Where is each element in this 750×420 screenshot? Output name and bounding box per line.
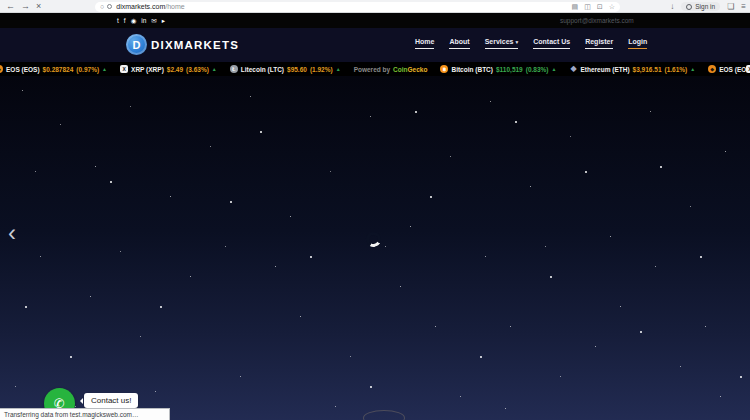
site-info-icon[interactable] xyxy=(107,4,112,9)
up-arrow-icon: ▲ xyxy=(336,66,341,72)
sign-in-label: Sign in xyxy=(695,3,715,10)
coin-price: $2.49 xyxy=(167,66,183,73)
collections-icon[interactable]: ❏ xyxy=(727,0,734,13)
coin-change: (1.61%) xyxy=(665,66,688,73)
eos-icon: ◆ xyxy=(0,65,3,73)
main-menu: Home About Services ▾ Contact Us Registe… xyxy=(415,38,647,49)
reader-mode-icon[interactable]: ▤ xyxy=(566,2,579,12)
up-arrow-icon: ▲ xyxy=(102,66,107,72)
nav-item-services[interactable]: Services ▾ xyxy=(485,38,519,49)
up-arrow-icon: ▲ xyxy=(212,66,217,72)
chevron-down-icon: ▾ xyxy=(515,39,518,45)
browser-toolbar-right: ↓ Sign in ❏ ≡ xyxy=(670,0,746,13)
ticker-row: ◆ EOS (EOS) $0.287824 (0.97%) ▲ X XRP (X… xyxy=(0,62,750,76)
starfield-bright xyxy=(0,76,2,78)
coin-name: Ethereum (ETH) xyxy=(580,66,629,73)
brand-name: DIXMARKETS xyxy=(151,39,239,51)
ticker-item-ethereum[interactable]: ◆ Ethereum (ETH) $3,916.51 (1.61%) ▲ xyxy=(569,65,695,73)
coin-name: EOS (EOS) xyxy=(6,66,40,73)
translate-icon[interactable]: ◫ xyxy=(578,2,591,12)
site-navbar: D DIXMARKETS Home About Services ▾ Conta… xyxy=(0,28,750,62)
nav-item-home[interactable]: Home xyxy=(415,38,434,49)
coin-change: (3.63%) xyxy=(186,66,209,73)
browser-menu-icon[interactable]: ≡ xyxy=(741,0,746,13)
browser-chrome: ← → × ○ dixmarkets.com/home ▤ ◫ ⊡ ☆ ↓ Si… xyxy=(0,0,750,13)
up-arrow-icon: ▲ xyxy=(552,66,557,72)
powered-by-label: Powered by xyxy=(354,66,390,73)
eos-icon: ◆ xyxy=(708,65,716,73)
coin-price: $110,519 xyxy=(496,66,523,73)
bookmark-star-icon[interactable]: ☆ xyxy=(603,2,615,12)
linkedin-icon[interactable]: in xyxy=(141,13,146,28)
top-contact-bar: t f ◉ in ✉ ▸ support@dixmarkets.com xyxy=(0,13,750,28)
browser-forward-icon[interactable]: → xyxy=(21,0,30,13)
coin-name: XRP (XRP) xyxy=(131,66,164,73)
instagram-icon[interactable]: ◉ xyxy=(131,13,137,28)
coin-change: (0.83%) xyxy=(526,66,549,73)
social-links: t f ◉ in ✉ ▸ xyxy=(117,13,165,28)
xrp-icon: X xyxy=(120,65,128,73)
shield-icon: ○ xyxy=(100,2,104,12)
nav-item-contact-us[interactable]: Contact Us xyxy=(533,38,570,49)
coin-price: $95.60 xyxy=(287,66,307,73)
screen: ← → × ○ dixmarkets.com/home ▤ ◫ ⊡ ☆ ↓ Si… xyxy=(0,0,750,420)
browser-back-icon[interactable]: ← xyxy=(6,0,15,13)
coin-change: (0.97%) xyxy=(76,66,99,73)
twitter-icon[interactable]: t xyxy=(117,13,119,28)
ticker-item-eos[interactable]: ◆ EOS (EOS) $0.287824 (0.97%) ▲ xyxy=(0,65,107,73)
coin-name: Bitcoin (BTC) xyxy=(451,66,493,73)
ethereum-icon: ◆ xyxy=(569,65,577,73)
url-text: dixmarkets.com/home xyxy=(116,3,184,10)
coin-name: Litecoin (LTC) xyxy=(241,66,284,73)
logo-icon: D xyxy=(126,34,147,55)
coin-change: (1.92%) xyxy=(310,66,333,73)
profile-avatar-icon xyxy=(686,4,692,10)
crypto-ticker: ◆ EOS (EOS) $0.287824 (0.97%) ▲ X XRP (X… xyxy=(0,62,750,76)
brand-logo[interactable]: D DIXMARKETS xyxy=(126,34,239,55)
support-email-link[interactable]: support@dixmarkets.com xyxy=(560,13,634,28)
coin-price: $3,916.51 xyxy=(633,66,662,73)
address-bar[interactable]: ○ dixmarkets.com/home ▤ ◫ ⊡ ☆ xyxy=(95,2,620,12)
powered-by-coingecko[interactable]: Powered by CoinGecko xyxy=(354,66,428,73)
loading-spinner-icon xyxy=(364,230,382,248)
sign-in-button[interactable]: Sign in xyxy=(681,2,720,11)
ticker-item-xrp[interactable]: X XRP (XRP) $2.49 (3.63%) ▲ xyxy=(120,65,217,73)
browser-stop-icon[interactable]: × xyxy=(36,0,41,13)
ticker-item-bitcoin[interactable]: ฿ Bitcoin (BTC) $110,519 (0.83%) ▲ xyxy=(440,65,556,73)
hero-section: ‹ ✆ Contact us! xyxy=(0,76,750,420)
download-icon[interactable]: ↓ xyxy=(670,0,674,13)
extension-icon[interactable]: ⊡ xyxy=(591,2,603,12)
nav-item-register[interactable]: Register xyxy=(585,38,613,49)
ticker-item-litecoin[interactable]: Ł Litecoin (LTC) $95.60 (1.92%) ▲ xyxy=(230,65,341,73)
nav-item-about[interactable]: About xyxy=(449,38,469,49)
carousel-prev-button[interactable]: ‹ xyxy=(8,221,16,245)
bitcoin-icon: ฿ xyxy=(440,65,448,73)
nav-item-login[interactable]: Login xyxy=(628,38,647,49)
xrp-icon-partial: X xyxy=(746,65,750,73)
telegram-icon[interactable]: ▸ xyxy=(162,13,165,28)
contact-us-bubble[interactable]: Contact us! xyxy=(84,393,138,408)
coin-price: $0.287824 xyxy=(43,66,74,73)
litecoin-icon: Ł xyxy=(230,65,238,73)
ticker-item-eos-2[interactable]: ◆ EOS (EOS) $0.287824 (0.97%) ▲ xyxy=(708,65,750,73)
faint-graphic xyxy=(363,410,405,420)
mail-icon[interactable]: ✉ xyxy=(151,13,156,28)
up-arrow-icon: ▲ xyxy=(690,66,695,72)
facebook-icon[interactable]: f xyxy=(124,13,126,28)
browser-status-bar: Transferring data from test.magicksweb.c… xyxy=(0,408,170,420)
coingecko-brand: Coin xyxy=(393,66,407,73)
